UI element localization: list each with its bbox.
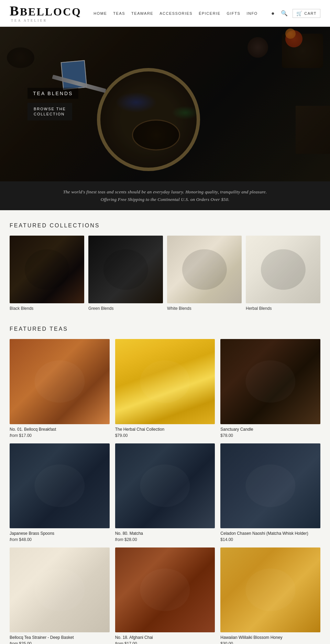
featured-collections-title: FEATURED COLLECTIONS	[10, 223, 320, 229]
tea-name: No. 80. Matcha	[115, 531, 215, 536]
collection-label: Black Blends	[10, 306, 84, 311]
tea-price: from $17.00	[115, 641, 215, 644]
tea-image	[220, 443, 320, 528]
tea-name: Bellocq Tea Strainer - Deep Basket	[10, 635, 110, 640]
nav-accessories[interactable]: ACCESSORIES	[160, 11, 192, 15]
tea-price: from $17.00	[10, 433, 110, 438]
cart-icon: 🛒	[296, 11, 303, 16]
tea-image	[220, 339, 320, 424]
tea-item[interactable]: Hawaiian Wililaiki Blossom Honey $30.00	[220, 547, 320, 644]
tea-item[interactable]: Bellocq Tea Strainer - Deep Basket from …	[10, 547, 110, 644]
tea-image	[220, 547, 320, 632]
hero-section: TEA BLENDS BROWSE THECOLLECTION	[0, 27, 330, 181]
search-icon[interactable]: 🔍	[279, 9, 289, 17]
tea-item[interactable]: Sanctuary Candle $78.00	[220, 339, 320, 438]
tea-price: $14.00	[220, 537, 320, 542]
nav-teaware[interactable]: TEAWARE	[131, 11, 153, 15]
user-icon[interactable]: ●	[270, 10, 276, 17]
collection-label: Herbal Blends	[246, 306, 320, 311]
tea-image	[115, 443, 215, 528]
logo-text: BBELLOCQ	[10, 4, 81, 18]
collection-image	[246, 236, 320, 303]
tea-name: The Herbal Chai Collection	[115, 427, 215, 432]
tagline-bar: The world's finest teas and scents shoul…	[0, 181, 330, 210]
tea-name: Celadon Chasen Naoshi (Matcha Whisk Hold…	[220, 531, 320, 536]
collection-label: White Blends	[167, 306, 242, 311]
tea-price: $78.00	[220, 433, 320, 438]
tea-price: from $48.00	[10, 537, 110, 542]
collection-item[interactable]: Black Blends	[10, 236, 84, 311]
collection-label: Green Blends	[88, 306, 163, 311]
tea-name: Hawaiian Wililaiki Blossom Honey	[220, 635, 320, 640]
logo-subtitle: TEA ATELIER	[10, 19, 81, 22]
nav-epicerie[interactable]: ÉPICERIE	[199, 11, 220, 15]
cart-label: CART	[304, 11, 317, 15]
tea-image	[10, 547, 110, 632]
tea-price: $30.00	[220, 641, 320, 644]
tea-image	[115, 339, 215, 424]
collection-item[interactable]: White Blends	[167, 236, 242, 311]
nav-info[interactable]: INFO	[246, 11, 257, 15]
tea-image	[115, 547, 215, 632]
tea-item[interactable]: Japanese Brass Spoons from $48.00	[10, 443, 110, 542]
tea-item[interactable]: No. 80. Matcha from $28.00	[115, 443, 215, 542]
collection-item[interactable]: Green Blends	[88, 236, 163, 311]
tea-item[interactable]: The Herbal Chai Collection $79.00	[115, 339, 215, 438]
nav-gifts[interactable]: GIFTS	[227, 11, 241, 15]
collection-item[interactable]: Herbal Blends	[246, 236, 320, 311]
collection-image	[10, 236, 84, 303]
featured-teas-section: FEATURED TEAS No. 01. Bellocq Breakfast …	[0, 323, 330, 644]
tea-image	[10, 443, 110, 528]
hero-tag: TEA BLENDS	[28, 88, 78, 99]
tea-name: Japanese Brass Spoons	[10, 531, 110, 536]
hero-content: TEA BLENDS BROWSE THECOLLECTION	[28, 88, 78, 121]
cart-button[interactable]: 🛒 CART	[293, 9, 320, 18]
tea-image	[10, 339, 110, 424]
main-nav: HOME TEAS TEAWARE ACCESSORIES ÉPICERIE G…	[94, 11, 257, 15]
tea-name: Sanctuary Candle	[220, 427, 320, 432]
nav-home[interactable]: HOME	[94, 11, 107, 15]
nav-teas[interactable]: TEAS	[113, 11, 125, 15]
browse-collection-button[interactable]: BROWSE THECOLLECTION	[28, 103, 72, 121]
tea-price: $79.00	[115, 433, 215, 438]
tea-name: No. 18. Afghani Chai	[115, 635, 215, 640]
featured-teas-title: FEATURED TEAS	[10, 326, 320, 332]
nav-icons: ● 🔍 🛒 CART	[270, 9, 320, 18]
collections-grid: Black Blends Green Blends White Blends H…	[10, 236, 320, 311]
collection-image	[88, 236, 163, 303]
featured-collections-section: FEATURED COLLECTIONS Black Blends Green …	[0, 210, 330, 323]
teas-grid: No. 01. Bellocq Breakfast from $17.00 Th…	[10, 339, 320, 644]
tea-item[interactable]: Celadon Chasen Naoshi (Matcha Whisk Hold…	[220, 443, 320, 542]
tea-name: No. 01. Bellocq Breakfast	[10, 427, 110, 432]
collection-image	[167, 236, 242, 303]
tagline-line2: Offering Free Shipping to the Continenta…	[14, 196, 316, 203]
tea-price: from $28.00	[115, 537, 215, 542]
site-header: BBELLOCQ TEA ATELIER HOME TEAS TEAWARE A…	[0, 0, 330, 27]
tagline-line1: The world's finest teas and scents shoul…	[14, 188, 316, 196]
tea-price: from $25.00	[10, 641, 110, 644]
tea-item[interactable]: No. 18. Afghani Chai from $17.00	[115, 547, 215, 644]
logo[interactable]: BBELLOCQ TEA ATELIER	[10, 4, 81, 22]
tea-item[interactable]: No. 01. Bellocq Breakfast from $17.00	[10, 339, 110, 438]
